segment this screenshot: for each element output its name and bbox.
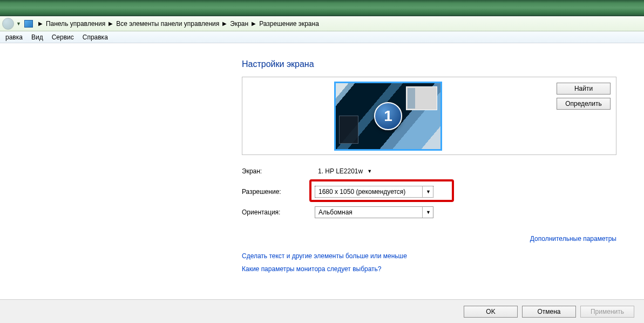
breadcrumb-item[interactable]: Панель управления [46,20,105,28]
resolution-value: 1680 x 1050 (рекомендуется) [318,188,405,196]
breadcrumb-separator: ▶ [222,21,227,26]
content-area: Настройки экрана 1 Найти Определить Экра… [0,43,644,299]
control-panel-icon [24,20,33,28]
text-size-link[interactable]: Сделать текст и другие элементы больше и… [242,252,616,260]
window-titlebar [0,0,644,16]
dialog-footer: OK Отмена Применить [0,299,644,323]
screen-label: Экран: [242,167,315,175]
nav-back-button[interactable] [2,18,14,30]
resolution-dropdown[interactable]: 1680 x 1050 (рекомендуется) ▼ [315,186,433,198]
menu-help[interactable]: Справка [78,32,112,42]
chevron-down-icon: ▼ [422,207,431,218]
breadcrumb-item[interactable]: Разрешение экрана [259,20,319,28]
advanced-settings-link[interactable]: Дополнительные параметры [530,235,616,243]
orientation-dropdown[interactable]: Альбомная ▼ [315,206,433,218]
orientation-value: Альбомная [318,208,352,216]
apply-button[interactable]: Применить [580,306,634,318]
menu-bar: равка Вид Сервис Справка [0,31,644,43]
resolution-label: Разрешение: [242,188,315,196]
cancel-button[interactable]: Отмена [522,306,576,318]
monitor-preview[interactable]: 1 [334,82,442,151]
monitor-preview-window [406,86,437,110]
display-preview-box: 1 Найти Определить [242,77,616,155]
chevron-down-icon: ▼ [422,186,431,197]
orientation-label: Ориентация: [242,208,315,216]
address-bar: ▼ ▶ Панель управления ▶ Все элементы пан… [0,16,644,31]
ok-button[interactable]: OK [464,306,518,318]
nav-history-dropdown[interactable]: ▼ [16,21,21,26]
chevron-down-icon: ▼ [367,169,372,174]
monitor-help-link[interactable]: Какие параметры монитора следует выбрать… [242,265,616,273]
page-title: Настройки экрана [242,59,616,69]
breadcrumb-separator: ▶ [252,21,256,26]
monitor-preview-panel [339,116,358,144]
menu-tools[interactable]: Сервис [48,32,78,42]
monitor-number-badge: 1 [374,102,402,130]
menu-edit[interactable]: равка [1,32,27,42]
menu-view[interactable]: Вид [27,32,48,42]
breadcrumb-item[interactable]: Экран [230,20,248,28]
find-button[interactable]: Найти [557,83,611,95]
breadcrumb-separator: ▶ [109,21,113,26]
screen-dropdown[interactable]: 1. HP LE2201w ▼ [315,165,374,177]
determine-button[interactable]: Определить [557,98,611,110]
screen-value: 1. HP LE2201w [318,167,363,175]
breadcrumb-separator: ▶ [38,21,43,26]
breadcrumb-item[interactable]: Все элементы панели управления [116,20,219,28]
